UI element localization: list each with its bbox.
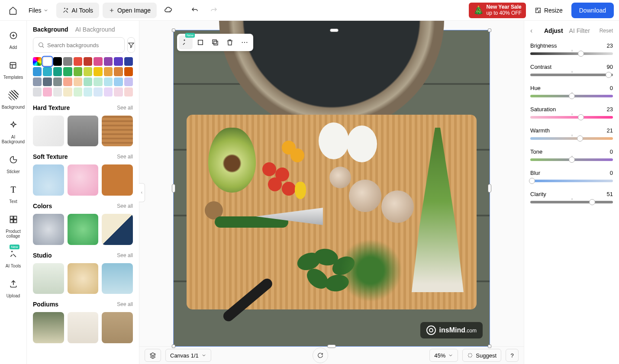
nav-background[interactable]: Background [2, 87, 25, 110]
search-input[interactable] [47, 42, 120, 48]
color-swatch[interactable] [63, 57, 72, 66]
tab-ai-filter[interactable]: AI Filter [569, 27, 590, 34]
tab-ai-background[interactable]: AI Background [75, 26, 115, 33]
slider-track[interactable] [530, 116, 613, 119]
color-swatch[interactable] [63, 87, 72, 96]
download-button[interactable]: Download [571, 3, 614, 18]
color-swatch[interactable] [84, 77, 92, 86]
color-swatch[interactable] [33, 67, 42, 76]
thumb-podium-white[interactable] [68, 312, 99, 343]
seeall-podiums[interactable]: See all [117, 301, 133, 307]
back-button[interactable]: ‹ [530, 27, 538, 35]
thumb-navy-cream[interactable] [102, 214, 133, 245]
color-swatch[interactable] [43, 57, 52, 66]
color-swatch[interactable] [63, 67, 72, 76]
filter-button[interactable] [127, 37, 135, 53]
slider-track[interactable] [530, 95, 613, 97]
slider-track[interactable] [530, 52, 613, 55]
thumb-grey-gradient[interactable] [33, 214, 64, 245]
thumb-marble[interactable] [33, 116, 64, 147]
color-swatch[interactable] [93, 77, 102, 86]
nav-ai-tools[interactable]: New AI Tools [6, 246, 21, 268]
ctb-delete[interactable] [223, 35, 237, 49]
color-swatch[interactable] [74, 57, 82, 66]
color-swatch[interactable] [114, 57, 123, 66]
color-swatch[interactable] [53, 67, 62, 76]
ai-tools-button[interactable]: AI Tools [56, 3, 100, 18]
color-swatch[interactable] [53, 57, 62, 66]
nav-upload[interactable]: Upload [6, 276, 21, 298]
color-swatch[interactable] [114, 67, 123, 76]
thumb-wood[interactable] [102, 116, 133, 147]
seeall-studio[interactable]: See all [117, 252, 133, 258]
nav-text[interactable]: T Text [6, 182, 21, 204]
slider-track[interactable] [530, 74, 613, 76]
slider-track[interactable] [530, 137, 613, 140]
refresh-button[interactable] [313, 348, 328, 363]
color-swatch[interactable] [53, 77, 62, 86]
seeall-colors[interactable]: See all [117, 203, 133, 209]
thumb-leather[interactable] [102, 164, 133, 196]
thumb-podium-tan[interactable] [102, 312, 133, 343]
thumb-studio-gold[interactable] [68, 263, 99, 294]
color-swatch[interactable] [33, 57, 42, 66]
color-swatch[interactable] [43, 77, 52, 86]
color-swatch[interactable] [104, 57, 113, 66]
slider-thumb[interactable] [589, 199, 595, 205]
color-swatch[interactable] [63, 77, 72, 86]
color-swatch[interactable] [74, 77, 82, 86]
slider-thumb[interactable] [569, 93, 575, 99]
color-swatch[interactable] [43, 67, 52, 76]
color-swatch[interactable] [43, 87, 52, 96]
slider-thumb[interactable] [606, 72, 612, 78]
color-swatch[interactable] [33, 77, 42, 86]
canvas-index-button[interactable]: Canvas 1/1 [165, 349, 211, 362]
nav-sticker[interactable]: Sticker [6, 152, 21, 174]
ctb-more[interactable] [238, 35, 251, 49]
ctb-ai-remove[interactable]: New [179, 35, 193, 49]
resize-button[interactable]: Resize [529, 3, 568, 18]
color-swatch[interactable] [74, 87, 82, 96]
color-swatch[interactable] [104, 77, 113, 86]
color-swatch[interactable] [104, 67, 113, 76]
thumb-green-gradient[interactable] [68, 214, 99, 245]
suggest-button[interactable]: Suggest [462, 349, 501, 362]
seeall-hard-texture[interactable]: See all [117, 105, 133, 111]
color-swatch[interactable] [84, 67, 92, 76]
tab-background[interactable]: Background [33, 26, 68, 33]
undo-button[interactable] [187, 3, 203, 18]
slider-track[interactable] [530, 201, 613, 203]
sale-banner[interactable]: 🎄 New Year Sale up to 40% OFF [469, 3, 526, 18]
canvas[interactable]: insMind.com New [174, 30, 490, 346]
color-swatch[interactable] [124, 67, 133, 76]
color-swatch[interactable] [84, 87, 92, 96]
nav-ai-background[interactable]: AI Background [0, 117, 26, 144]
thumb-concrete[interactable] [68, 116, 99, 147]
help-button[interactable]: ? [506, 349, 519, 362]
seeall-soft-texture[interactable]: See all [117, 154, 133, 160]
nav-templates[interactable]: Templates [3, 58, 23, 80]
thumb-water[interactable] [33, 164, 64, 196]
color-swatch[interactable] [104, 87, 113, 96]
reset-button[interactable]: Reset [600, 28, 613, 34]
cloud-sync-button[interactable] [160, 3, 176, 18]
color-swatch[interactable] [124, 57, 133, 66]
slider-thumb[interactable] [577, 135, 583, 142]
redo-button[interactable] [206, 3, 222, 18]
layers-button[interactable] [145, 349, 161, 362]
ctb-crop[interactable] [193, 35, 207, 49]
color-swatch[interactable] [93, 57, 102, 66]
color-swatch[interactable] [93, 67, 102, 76]
ctb-duplicate[interactable] [208, 35, 222, 49]
tab-adjust[interactable]: Adjust [544, 27, 563, 34]
color-swatch[interactable] [74, 67, 82, 76]
color-swatch[interactable] [84, 57, 92, 66]
nav-product-collage[interactable]: Product collage [0, 212, 26, 238]
color-swatch[interactable] [93, 87, 102, 96]
thumb-studio-plants[interactable] [33, 263, 64, 294]
color-swatch[interactable] [53, 87, 62, 96]
zoom-dropdown[interactable]: 45% [429, 349, 458, 362]
color-swatch[interactable] [124, 77, 133, 86]
color-swatch[interactable] [114, 77, 123, 86]
home-button[interactable] [5, 3, 21, 18]
